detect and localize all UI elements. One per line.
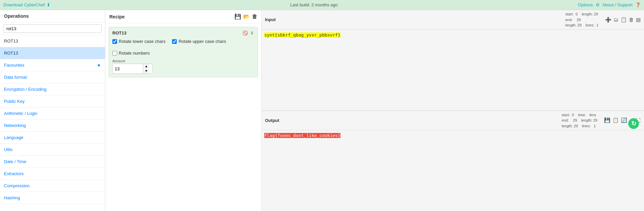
output-stats: start: 0 time: 4ms end: 29 length: 29 le… bbox=[562, 112, 597, 129]
download-section[interactable]: Download CyberChef ⬇ bbox=[3, 2, 50, 7]
input-text: synt{sbkrf_qbag_yvxr_pbbxvrf} bbox=[264, 32, 340, 38]
input-add-icon[interactable]: ➕ bbox=[605, 17, 611, 23]
top-right-actions: Options ⚙ About / Support ❓ bbox=[578, 2, 641, 7]
options-label[interactable]: Options bbox=[578, 2, 593, 7]
input-tabs-icon[interactable]: ▤ bbox=[636, 17, 641, 23]
rotate-upper-checkbox[interactable] bbox=[172, 39, 177, 44]
rotate-upper-option[interactable]: Rotate upper case chars bbox=[172, 39, 226, 44]
clear-recipe-icon[interactable]: 🗑 bbox=[252, 14, 257, 20]
amount-input-wrap: ▲ ▼ bbox=[112, 64, 153, 74]
download-label[interactable]: Download CyberChef bbox=[3, 2, 45, 7]
sidebar-item-data-format[interactable]: Data format bbox=[0, 71, 105, 83]
sidebar-item-compression[interactable]: Compression bbox=[0, 180, 105, 192]
output-text: flag{foxes_dont_like_cookies} bbox=[264, 133, 340, 138]
input-icons: ➕ 🗂 📋 🗑 ▤ bbox=[605, 17, 641, 23]
rotate-numbers-checkbox[interactable] bbox=[112, 51, 117, 56]
output-body: flag{foxes_dont_like_cookies} bbox=[262, 130, 644, 211]
input-open-icon[interactable]: 🗂 bbox=[613, 17, 619, 22]
rotate-lower-option[interactable]: Rotate lower case chars bbox=[112, 39, 165, 44]
io-panels: Input start: 0 length: 29 end: 29 length… bbox=[262, 10, 644, 211]
rotate-lower-label: Rotate lower case chars bbox=[119, 39, 165, 44]
rotate-upper-label: Rotate upper case chars bbox=[178, 39, 226, 44]
rotate-numbers-option[interactable]: Rotate numbers bbox=[112, 51, 150, 56]
sidebar-item-rot13[interactable]: ROT13 bbox=[0, 35, 105, 47]
sidebar-item-encryption[interactable]: Encryption / Encoding bbox=[0, 83, 105, 95]
search-wrap bbox=[0, 22, 105, 35]
bake-button[interactable]: ↻ bbox=[628, 118, 639, 129]
sidebar-item-utils[interactable]: Utils bbox=[0, 144, 105, 156]
output-panel: Output start: 0 time: 4ms end: 29 length… bbox=[262, 111, 644, 211]
amount-spinners: ▲ ▼ bbox=[143, 64, 149, 73]
input-header: Input start: 0 length: 29 end: 29 length… bbox=[262, 10, 644, 30]
output-header: Output start: 0 time: 4ms end: 29 length… bbox=[262, 111, 644, 131]
amount-down-button[interactable]: ▼ bbox=[143, 69, 149, 73]
sidebar-item-language[interactable]: Language bbox=[0, 132, 105, 144]
search-input[interactable] bbox=[3, 24, 102, 33]
amount-label: Amount bbox=[112, 59, 254, 63]
sidebar-title: Operations bbox=[0, 10, 105, 22]
build-info: Last build: 2 months ago bbox=[290, 2, 338, 7]
help-icon[interactable]: ❓ bbox=[635, 2, 641, 7]
rot13-amount: Amount ▲ ▼ bbox=[112, 59, 254, 74]
recipe-title: Recipe bbox=[109, 14, 125, 19]
output-copy-icon[interactable]: 📋 bbox=[612, 117, 619, 123]
input-stats: start: 0 length: 29 end: 29 length: 29 l… bbox=[566, 11, 599, 28]
sidebar-item-rot13-active[interactable]: ROT13 bbox=[0, 47, 105, 59]
rot13-card-header: ROT13 🚫 ⏸ bbox=[112, 30, 254, 36]
rotate-numbers-label: Rotate numbers bbox=[119, 51, 150, 56]
amount-up-button[interactable]: ▲ bbox=[143, 64, 149, 69]
sidebar-item-hashing[interactable]: Hashing bbox=[0, 192, 105, 204]
star-icon: ★ bbox=[97, 63, 101, 68]
rot13-card-icons: 🚫 ⏸ bbox=[243, 30, 254, 36]
sidebar-item-favourites[interactable]: Favourites ★ bbox=[0, 59, 105, 71]
about-label[interactable]: About / Support bbox=[602, 2, 633, 7]
rot13-disable-icon[interactable]: 🚫 bbox=[243, 30, 248, 36]
rot13-options: Rotate lower case chars Rotate upper cas… bbox=[112, 39, 254, 56]
amount-input[interactable] bbox=[113, 65, 143, 73]
topbar: Download CyberChef ⬇ Last build: 2 month… bbox=[0, 0, 644, 10]
sidebar-item-networking[interactable]: Networking bbox=[0, 120, 105, 132]
rot13-card-title: ROT13 bbox=[112, 30, 126, 36]
sidebar-item-arithmetic[interactable]: Arithmetic / Logic bbox=[0, 108, 105, 120]
input-paste-icon[interactable]: 📋 bbox=[621, 17, 627, 23]
output-title: Output bbox=[265, 118, 279, 123]
input-body[interactable]: synt{sbkrf_qbag_yvxr_pbbxvrf} bbox=[262, 30, 644, 111]
output-swap-icon[interactable]: 🔄 bbox=[621, 117, 627, 123]
sidebar-item-public-key[interactable]: Public Key bbox=[0, 95, 105, 108]
recipe-panel: Recipe 💾 📂 🗑 ROT13 🚫 ⏸ Rotate lower case… bbox=[105, 10, 262, 211]
sidebar-item-extractors[interactable]: Extractors bbox=[0, 168, 105, 180]
output-save-icon[interactable]: 💾 bbox=[604, 117, 610, 123]
input-panel: Input start: 0 length: 29 end: 29 length… bbox=[262, 10, 644, 111]
recipe-header: Recipe 💾 📂 🗑 bbox=[105, 10, 261, 23]
input-title: Input bbox=[265, 17, 276, 22]
sidebar: Operations ROT13 ROT13 Favourites ★ Data… bbox=[0, 10, 105, 211]
rot13-card: ROT13 🚫 ⏸ Rotate lower case chars Rotate… bbox=[109, 27, 258, 77]
save-recipe-icon[interactable]: 💾 bbox=[234, 13, 241, 20]
run-icon: ↻ bbox=[631, 120, 636, 127]
rotate-lower-checkbox[interactable] bbox=[112, 39, 117, 44]
download-icon: ⬇ bbox=[47, 2, 50, 7]
recipe-icons: 💾 📂 🗑 bbox=[234, 13, 257, 20]
rot13-pause-icon[interactable]: ⏸ bbox=[250, 30, 254, 36]
gear-icon[interactable]: ⚙ bbox=[596, 2, 600, 7]
input-clear-icon[interactable]: 🗑 bbox=[629, 17, 634, 22]
sidebar-item-datetime[interactable]: Date / Time bbox=[0, 156, 105, 168]
load-recipe-icon[interactable]: 📂 bbox=[243, 13, 250, 20]
